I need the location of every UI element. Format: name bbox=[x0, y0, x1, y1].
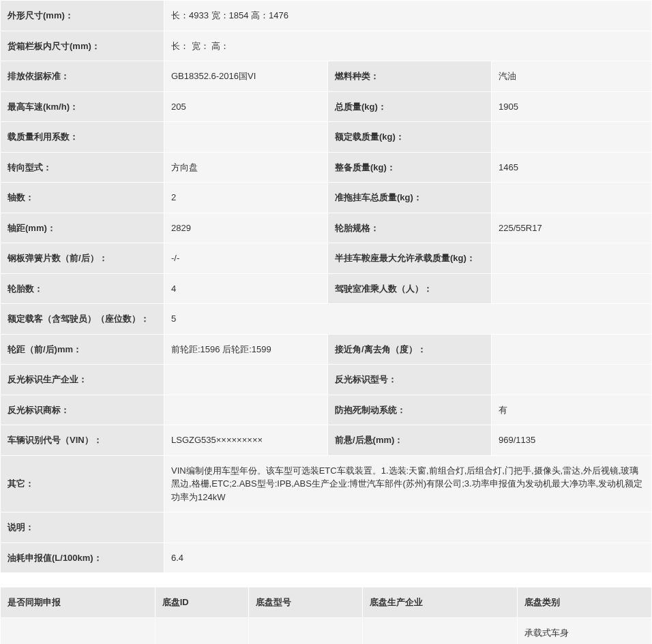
loadfactor-value bbox=[164, 122, 328, 153]
wheelbase-value: 2829 bbox=[164, 213, 328, 243]
chassis-header-model: 底盘型号 bbox=[249, 587, 363, 618]
chassis-row-model bbox=[249, 617, 363, 644]
chassis-header-same-period: 是否同期申报 bbox=[1, 587, 155, 618]
semitrailer-value bbox=[492, 243, 652, 274]
track-label: 轮距（前/后)mm： bbox=[1, 334, 164, 365]
reflectmodel-label: 反光标识型号： bbox=[328, 365, 492, 395]
reflectbrand-value bbox=[164, 395, 328, 425]
reflectmfr-value bbox=[164, 365, 328, 395]
chassis-row-same-period bbox=[1, 617, 155, 644]
fuelcons-label: 油耗申报值(L/100km)： bbox=[1, 542, 164, 573]
specs-table: 外形尺寸(mm)： 长：4933 宽：1854 高：1476 货箱栏板内尺寸(m… bbox=[0, 0, 652, 573]
trailermass-label: 准拖挂车总质量(kg)： bbox=[328, 183, 492, 213]
ratedpass-value: 5 bbox=[164, 304, 652, 335]
chassis-header-mfr: 底盘生产企业 bbox=[363, 587, 518, 618]
chassis-header-id: 底盘ID bbox=[155, 587, 248, 618]
note-value bbox=[164, 512, 652, 543]
reflectbrand-label: 反光标识商标： bbox=[1, 395, 164, 425]
overhang-label: 前悬/后悬(mm)： bbox=[328, 425, 492, 456]
chassis-row-mfr bbox=[363, 617, 518, 644]
dimensions-label: 外形尺寸(mm)： bbox=[1, 1, 164, 31]
wheelbase-label: 轴距(mm)： bbox=[1, 213, 164, 243]
steering-label: 转向型式： bbox=[1, 152, 164, 183]
maxspeed-label: 最高车速(km/h)： bbox=[1, 91, 164, 122]
chassis-row-id bbox=[155, 617, 248, 644]
chassis-table: 是否同期申报 底盘ID 底盘型号 底盘生产企业 底盘类别 承载式车身 bbox=[0, 587, 652, 644]
cabseats-value bbox=[492, 273, 652, 304]
leafspring-value: -/- bbox=[164, 243, 328, 274]
tirespec-label: 轮胎规格： bbox=[328, 213, 492, 243]
curbmass-label: 整备质量(kg)： bbox=[328, 152, 492, 183]
tirespec-value: 225/55R17 bbox=[492, 213, 652, 243]
cargo-label: 货箱栏板内尺寸(mm)： bbox=[1, 31, 164, 61]
note-label: 说明： bbox=[1, 512, 164, 543]
reflectmfr-label: 反光标识生产企业： bbox=[1, 365, 164, 395]
leafspring-label: 钢板弹簧片数（前/后）： bbox=[1, 243, 164, 274]
fuel-label: 燃料种类： bbox=[328, 61, 492, 92]
axles-label: 轴数： bbox=[1, 183, 164, 213]
reflectmodel-value bbox=[492, 365, 652, 395]
curbmass-value: 1465 bbox=[492, 152, 652, 183]
overhang-value: 969/1135 bbox=[492, 425, 652, 456]
cabseats-label: 驾驶室准乘人数（人）： bbox=[328, 273, 492, 304]
fuelcons-value: 6.4 bbox=[164, 542, 652, 573]
ratedload-label: 额定载质量(kg)： bbox=[328, 122, 492, 153]
maxspeed-value: 205 bbox=[164, 91, 328, 122]
emission-label: 排放依据标准： bbox=[1, 61, 164, 92]
totalmass-label: 总质量(kg)： bbox=[328, 91, 492, 122]
loadfactor-label: 载质量利用系数： bbox=[1, 122, 164, 153]
dimensions-value: 长：4933 宽：1854 高：1476 bbox=[164, 1, 652, 31]
fuel-value: 汽油 bbox=[492, 61, 652, 92]
trailermass-value bbox=[492, 183, 652, 213]
tirecount-value: 4 bbox=[164, 273, 328, 304]
emission-value: GB18352.6-2016国VI bbox=[164, 61, 328, 92]
ratedpass-label: 额定载客（含驾驶员）（座位数）： bbox=[1, 304, 164, 335]
chassis-row-type: 承载式车身 bbox=[518, 617, 652, 644]
other-value: VIN编制使用车型年份。该车型可选装ETC车载装置。1.选装:天窗,前组合灯,后… bbox=[164, 455, 652, 512]
semitrailer-label: 半挂车鞍座最大允许承载质量(kg)： bbox=[328, 243, 492, 274]
ratedload-value bbox=[492, 122, 652, 153]
cargo-value: 长： 宽： 高： bbox=[164, 31, 652, 61]
axles-value: 2 bbox=[164, 183, 328, 213]
chassis-header-type: 底盘类别 bbox=[518, 587, 652, 618]
vin-value: LSGZG535××××××××× bbox=[164, 425, 328, 456]
abs-label: 防抱死制动系统： bbox=[328, 395, 492, 425]
totalmass-value: 1905 bbox=[492, 91, 652, 122]
angle-value bbox=[492, 334, 652, 365]
angle-label: 接近角/离去角（度）： bbox=[328, 334, 492, 365]
abs-value: 有 bbox=[492, 395, 652, 425]
steering-value: 方向盘 bbox=[164, 152, 328, 183]
tirecount-label: 轮胎数： bbox=[1, 273, 164, 304]
other-label: 其它： bbox=[1, 455, 164, 512]
vin-label: 车辆识别代号（VIN）： bbox=[1, 425, 164, 456]
track-value: 前轮距:1596 后轮距:1599 bbox=[164, 334, 328, 365]
